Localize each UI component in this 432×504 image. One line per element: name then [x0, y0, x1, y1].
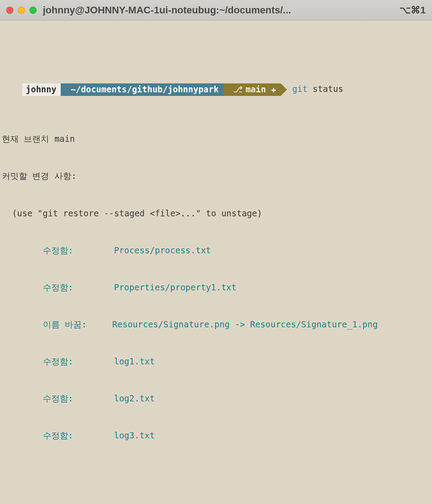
command-git-kw: git	[292, 84, 307, 94]
prompt-path: ~/documents/github/johnnypark	[61, 83, 223, 96]
window-title: johnny@JOHNNY-MAC-1ui-noteubug:~/documen…	[43, 3, 396, 17]
command-line: git status	[281, 83, 343, 95]
blank-line	[2, 467, 430, 479]
staged-line: 수정함: log2.txt	[2, 392, 430, 405]
staged-line: 수정함: log1.txt	[2, 355, 430, 368]
output-line: 현재 브랜치 main	[2, 133, 430, 145]
staged-line: 수정함: log3.txt	[2, 430, 430, 442]
close-icon[interactable]	[6, 7, 13, 14]
prompt-user: johnny	[22, 83, 61, 96]
prompt-branch: ⎇main ✚	[223, 83, 281, 96]
staged-line: 이름 바꿈: Resources/Signature.png -> Resour…	[2, 318, 430, 331]
terminal[interactable]: johnny ~/documents/github/johnnypark ⎇ma…	[0, 21, 432, 504]
command-rest: status	[307, 84, 343, 94]
window-titlebar: johnny@JOHNNY-MAC-1ui-noteubug:~/documen…	[0, 0, 432, 21]
output-line: 커밋할 변경 사항:	[2, 170, 430, 182]
prompt: johnny ~/documents/github/johnnypark ⎇ma…	[22, 83, 281, 96]
output-line: (use "git restore --staged <file>..." to…	[2, 207, 430, 220]
minimize-icon[interactable]	[18, 7, 25, 14]
staged-line: 수정함: Properties/property1.txt	[2, 281, 430, 294]
zoom-icon[interactable]	[29, 7, 37, 14]
branch-icon: ⎇	[233, 83, 243, 96]
window-controls	[6, 7, 37, 14]
prompt-branch-label: main ✚	[245, 83, 276, 96]
window-shortcut-label: ⌥⌘1	[399, 3, 426, 17]
staged-line: 수정함: Process/process.txt	[2, 244, 430, 257]
